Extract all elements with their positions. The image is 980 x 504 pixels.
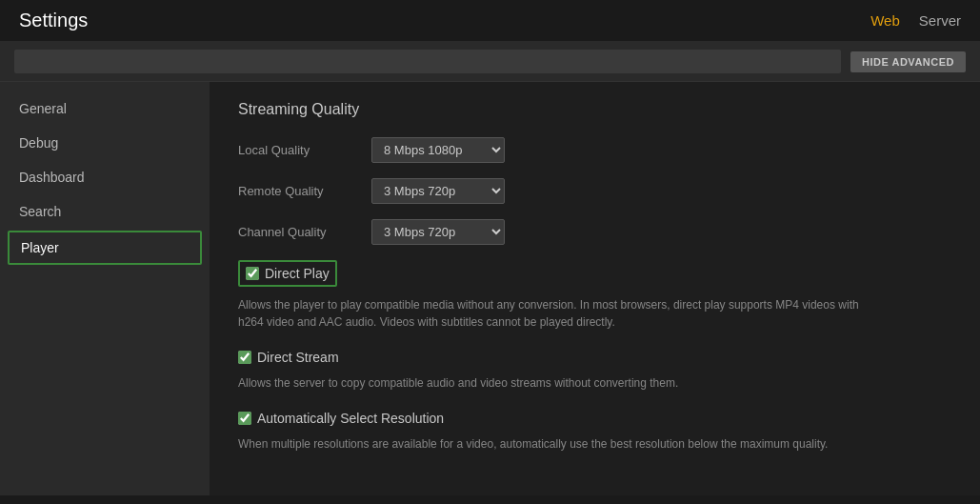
remote-quality-label: Remote Quality xyxy=(238,184,371,198)
direct-play-wrapper: Direct Play xyxy=(238,260,951,292)
page-title: Settings xyxy=(19,10,88,31)
toolbar: HIDE ADVANCED xyxy=(0,42,980,82)
channel-quality-label: Channel Quality xyxy=(238,225,371,239)
channel-quality-select[interactable]: 3 Mbps 720p Maximum Original 20 Mbps 108… xyxy=(371,219,505,245)
main-layout: General Debug Dashboard Search Player St… xyxy=(0,82,980,495)
remote-quality-row: Remote Quality 3 Mbps 720p Maximum Origi… xyxy=(238,178,951,204)
remote-quality-select[interactable]: 3 Mbps 720p Maximum Original 20 Mbps 108… xyxy=(371,178,505,204)
header-nav: Web Server xyxy=(870,12,961,29)
direct-play-description: Allows the player to play compatible med… xyxy=(238,296,886,331)
local-quality-select[interactable]: 8 Mbps 1080p Maximum Original 20 Mbps 10… xyxy=(371,137,505,163)
direct-play-label[interactable]: Direct Play xyxy=(265,266,330,281)
local-quality-label: Local Quality xyxy=(238,143,371,157)
direct-stream-wrapper: Direct Stream xyxy=(238,346,951,369)
sidebar-item-dashboard[interactable]: Dashboard xyxy=(0,160,210,194)
auto-resolution-wrapper: Automatically Select Resolution xyxy=(238,407,951,430)
local-quality-row: Local Quality 8 Mbps 1080p Maximum Origi… xyxy=(238,137,951,163)
nav-server[interactable]: Server xyxy=(919,12,961,29)
section-title: Streaming Quality xyxy=(238,101,951,118)
direct-stream-row: Direct Stream xyxy=(238,346,951,369)
auto-resolution-row: Automatically Select Resolution xyxy=(238,407,951,430)
header: Settings Web Server xyxy=(0,0,980,42)
auto-resolution-description: When multiple resolutions are available … xyxy=(238,435,886,453)
auto-resolution-checkbox[interactable] xyxy=(238,412,251,425)
direct-stream-checkbox[interactable] xyxy=(238,351,251,364)
direct-stream-description: Allows the server to copy compatible aud… xyxy=(238,374,886,392)
sidebar-item-general[interactable]: General xyxy=(0,91,210,126)
direct-play-row: Direct Play xyxy=(238,260,337,287)
sidebar-item-search[interactable]: Search xyxy=(0,194,210,229)
direct-play-checkbox[interactable] xyxy=(246,267,259,280)
sidebar: General Debug Dashboard Search Player xyxy=(0,82,210,495)
search-input[interactable] xyxy=(14,50,841,73)
auto-resolution-label[interactable]: Automatically Select Resolution xyxy=(257,411,444,426)
sidebar-item-player[interactable]: Player xyxy=(8,231,202,265)
hide-advanced-button[interactable]: HIDE ADVANCED xyxy=(850,51,966,72)
content-area: Streaming Quality Local Quality 8 Mbps 1… xyxy=(210,82,980,495)
nav-web[interactable]: Web xyxy=(870,12,900,29)
channel-quality-row: Channel Quality 3 Mbps 720p Maximum Orig… xyxy=(238,219,951,245)
direct-stream-label[interactable]: Direct Stream xyxy=(257,350,339,365)
sidebar-item-debug[interactable]: Debug xyxy=(0,126,210,160)
